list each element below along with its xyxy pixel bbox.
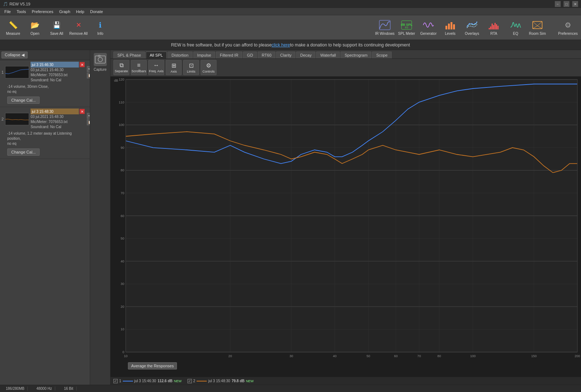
tab-filtered-ir[interactable]: Filtered IR: [216, 52, 242, 58]
meas-1-info: ✕ 03 jul.2021 15:46:30 Mic/Meter: 707665…: [31, 62, 85, 83]
collapse-btn[interactable]: Collapse ◀: [1, 52, 28, 58]
tab-spectrogram[interactable]: Spectrogram: [340, 52, 371, 58]
tab-distortion[interactable]: Distortion: [168, 52, 192, 58]
overlays-btn[interactable]: Overlays: [462, 17, 482, 38]
meas-2-info: ✕ 03 jul.2021 15:48:30 Mic/Meter: 707665…: [31, 109, 85, 130]
eq-btn[interactable]: EQ: [505, 17, 526, 38]
legend-db-2: 79.8 dB: [231, 379, 245, 383]
controls-btn[interactable]: ⚙Controls: [201, 60, 217, 75]
svg-rect-7: [453, 24, 455, 29]
legend-line-1: [123, 381, 133, 381]
capture-btn[interactable]: [94, 53, 107, 66]
svg-text:90: 90: [121, 146, 124, 150]
svg-text:150: 150: [531, 354, 537, 358]
tab-clarity[interactable]: Clarity: [276, 52, 295, 58]
controls-btn-icon: ⚙: [206, 62, 211, 69]
menu-item-help[interactable]: Help: [73, 9, 87, 15]
meas-2-close-btn[interactable]: ✕: [80, 109, 85, 114]
ir-windows-icon: [379, 20, 391, 30]
meas-2-graph: [5, 113, 29, 125]
menu-item-preferences[interactable]: Preferences: [29, 9, 56, 15]
open-label: Open: [31, 32, 39, 36]
meas-2-change-cal-btn[interactable]: Change Cal...: [7, 148, 40, 156]
axis-btn-icon: ⊞: [172, 62, 176, 69]
meas-2-edit-btn[interactable]: ✏: [87, 113, 90, 119]
svg-line-19: [537, 21, 542, 26]
meas-2-cal-btn[interactable]: 📋: [87, 119, 90, 125]
scrollbars-btn-label: Scrollbars: [132, 69, 146, 73]
limits-btn[interactable]: ⊡Limits: [183, 60, 199, 75]
maximize-btn[interactable]: □: [564, 1, 569, 7]
meas-2-label-input[interactable]: [31, 109, 79, 114]
tab-waterfall[interactable]: Waterfall: [316, 52, 340, 58]
remove-all-btn[interactable]: ✕ Remove All: [68, 17, 89, 38]
scrollbars-btn[interactable]: ≡Scrollbars: [131, 60, 147, 75]
svg-text:100: 100: [119, 123, 124, 127]
meas-1-close-btn[interactable]: ✕: [80, 62, 85, 67]
legend-check-1[interactable]: ✓: [113, 379, 118, 383]
average-responses-btn[interactable]: Average the Responses: [128, 362, 177, 369]
meas-1-change-cal-btn[interactable]: Change Cal...: [7, 97, 40, 104]
svg-text:60: 60: [394, 354, 398, 358]
tab-gd[interactable]: GD: [243, 52, 257, 58]
freq-axis-btn[interactable]: ↔Freq. Axis: [148, 60, 164, 75]
generator-btn[interactable]: Generator: [418, 17, 439, 38]
banner-link[interactable]: click here: [271, 42, 290, 48]
remove-label: Remove All: [69, 32, 88, 36]
measurement-entry-1: 1 ✕ 03 jul.2021 15:46:30 Mic/Meter: 7076…: [0, 60, 90, 107]
svg-text:20: 20: [229, 354, 232, 358]
preferences-btn[interactable]: ⚙ Preferences: [558, 17, 578, 38]
tab-spl-phase[interactable]: SPL & Phase: [113, 52, 145, 58]
legend-label-1: jul 3 15:46:30: [134, 379, 156, 383]
separate-btn[interactable]: ⧉Separate: [113, 60, 129, 75]
eq-icon: [510, 20, 521, 30]
bit-depth-status: 16 Bit: [61, 387, 77, 391]
overlays-icon: [466, 20, 478, 30]
controls-btn-label: Controls: [202, 70, 215, 73]
measure-btn[interactable]: 📏 Measure: [3, 17, 23, 38]
legend-item-1: ✓1jul 3 15:46:30112.6 dBNEW: [113, 379, 182, 383]
tab-rt60[interactable]: RT60: [258, 52, 275, 58]
legend-num-2: 2: [193, 379, 195, 383]
save-all-btn[interactable]: 💾 Save All: [47, 17, 67, 38]
meas-2-desc-1: -14 volume, 1.2 meter away at Listening …: [7, 131, 82, 141]
freq-axis-btn-label: Freq. Axis: [149, 69, 164, 73]
menu-item-graph[interactable]: Graph: [56, 9, 73, 15]
separate-btn-icon: ⧉: [120, 62, 124, 69]
meas-1-soundcard: Soundcard: No Cal: [31, 78, 85, 83]
svg-text:70: 70: [121, 191, 124, 195]
ir-windows-label: IR Windows: [375, 32, 394, 36]
graph-container[interactable]: 0102030405060708090100110120dB1020304050…: [110, 77, 581, 377]
info-btn[interactable]: ℹ Info: [90, 17, 110, 38]
svg-text:20: 20: [121, 305, 124, 309]
open-btn[interactable]: 📂 Open: [25, 17, 45, 38]
svg-line-16: [533, 26, 537, 29]
rta-btn[interactable]: RTA: [484, 17, 504, 38]
room-sim-btn[interactable]: Room Sim: [527, 17, 548, 38]
tab-decay[interactable]: Decay: [296, 52, 315, 58]
meas-2-soundcard: Soundcard: No Cal: [31, 124, 85, 130]
meas-1-label-input[interactable]: [31, 62, 79, 68]
tab-scope[interactable]: Scope: [372, 52, 391, 58]
meas-1-num: 1: [1, 70, 4, 74]
levels-btn[interactable]: Levels: [440, 17, 460, 38]
svg-text:70: 70: [417, 354, 421, 358]
ir-windows-btn[interactable]: IR Windows: [375, 17, 395, 38]
tab-impulse[interactable]: Impulse: [193, 52, 215, 58]
menu-item-donate[interactable]: Donate: [87, 9, 106, 15]
svg-rect-6: [451, 22, 452, 29]
close-btn[interactable]: ✕: [572, 1, 578, 7]
svg-text:dB: dB: [114, 79, 118, 82]
menu-item-file[interactable]: File: [1, 9, 14, 15]
menu-item-tools[interactable]: Tools: [14, 9, 29, 15]
legend-check-2[interactable]: ✓: [187, 379, 192, 383]
meas-1-edit-btn[interactable]: ✏: [87, 66, 90, 72]
axis-btn[interactable]: ⊞Axis: [166, 60, 182, 75]
meas-1-cal-btn[interactable]: 📋: [87, 73, 90, 78]
spl-meter-btn[interactable]: dB SPL 83 SPL Meter: [396, 17, 417, 38]
minimize-btn[interactable]: −: [555, 1, 561, 7]
generator-label: Generator: [420, 32, 436, 36]
rta-label: RTA: [490, 32, 497, 36]
tab-all-spl[interactable]: All SPL: [146, 52, 167, 58]
capture-area: Capture: [90, 50, 110, 385]
